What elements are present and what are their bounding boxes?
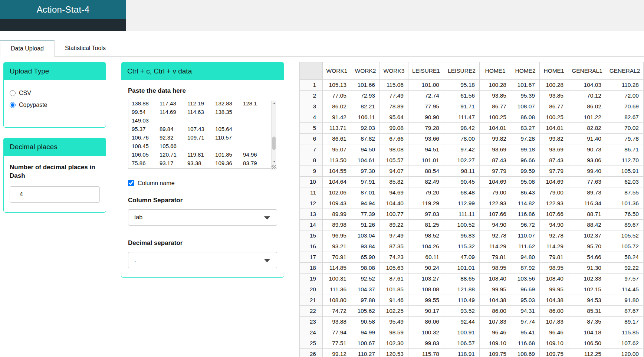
- table-cell[interactable]: 70.69: [606, 101, 644, 112]
- table-cell[interactable]: 90.45: [444, 177, 480, 187]
- table-cell[interactable]: 102.25: [380, 306, 408, 317]
- table-cell[interactable]: 87.92: [511, 263, 540, 274]
- table-cell[interactable]: 96.69: [511, 284, 540, 295]
- table-cell[interactable]: 97.74: [511, 317, 540, 327]
- table-cell[interactable]: 68.48: [444, 187, 480, 198]
- table-cell[interactable]: 93.21: [323, 241, 351, 252]
- table-cell[interactable]: 108.40: [540, 274, 568, 284]
- table-cell[interactable]: 100.28: [480, 80, 511, 91]
- table-cell[interactable]: 105.52: [606, 230, 644, 241]
- table-cell[interactable]: 104.69: [540, 177, 568, 187]
- table-cell[interactable]: 109.75: [480, 349, 511, 357]
- table-cell[interactable]: 90.17: [408, 306, 444, 317]
- table-cell[interactable]: 99.08: [380, 123, 408, 134]
- table-cell[interactable]: 88.42: [568, 220, 606, 230]
- table-cell[interactable]: 110.49: [444, 295, 480, 306]
- table-cell[interactable]: 108.40: [480, 274, 511, 284]
- table-cell[interactable]: 121.88: [444, 284, 480, 295]
- table-cell[interactable]: 107.66: [480, 209, 511, 220]
- table-cell[interactable]: 97.79: [480, 166, 511, 177]
- table-cell[interactable]: 115.78: [408, 349, 444, 357]
- table-cell[interactable]: 93.69: [480, 144, 511, 155]
- table-cell[interactable]: 86.02: [568, 101, 606, 112]
- table-cell[interactable]: 94.31: [511, 306, 540, 317]
- table-cell[interactable]: 90.73: [568, 144, 606, 155]
- table-cell[interactable]: 108.69: [511, 349, 540, 357]
- table-cell[interactable]: 87.43: [540, 155, 568, 166]
- table-cell[interactable]: 97.28: [511, 134, 540, 144]
- table-cell[interactable]: 101.01: [444, 263, 480, 274]
- table-cell[interactable]: 99.82: [480, 134, 511, 144]
- table-cell[interactable]: 74.23: [380, 252, 408, 263]
- table-cell[interactable]: 104.37: [351, 284, 380, 295]
- table-cell[interactable]: 108.08: [408, 284, 444, 295]
- table-cell[interactable]: 91.71: [444, 101, 480, 112]
- table-cell[interactable]: 102.30: [380, 338, 408, 349]
- table-cell[interactable]: 79.78: [606, 134, 644, 144]
- table-cell[interactable]: 58.24: [606, 252, 644, 263]
- table-cell[interactable]: 89.99: [323, 209, 351, 220]
- table-cell[interactable]: 54.66: [568, 252, 606, 263]
- table-cell[interactable]: 86.08: [511, 112, 540, 123]
- table-cell[interactable]: 112.70: [606, 155, 644, 166]
- table-cell[interactable]: 107.83: [480, 317, 511, 327]
- table-cell[interactable]: 87.61: [380, 274, 408, 284]
- table-cell[interactable]: 105.91: [606, 166, 644, 177]
- table-cell[interactable]: 107.66: [540, 209, 568, 220]
- table-cell[interactable]: 86.02: [323, 101, 351, 112]
- table-cell[interactable]: 94.80: [511, 252, 540, 263]
- table-cell[interactable]: 104.69: [480, 177, 511, 187]
- table-cell[interactable]: 85.31: [568, 306, 606, 317]
- table-cell[interactable]: 86.43: [511, 187, 540, 198]
- table-cell[interactable]: 99.83: [408, 338, 444, 349]
- table-cell[interactable]: 87.35: [380, 241, 408, 252]
- scrollbar-thumb[interactable]: [272, 137, 276, 150]
- table-cell[interactable]: 115.32: [444, 241, 480, 252]
- table-cell[interactable]: 77.94: [323, 327, 351, 338]
- table-cell[interactable]: 100.31: [323, 274, 351, 284]
- table-cell[interactable]: 98.52: [408, 230, 444, 241]
- table-cell[interactable]: 92.78: [480, 230, 511, 241]
- table-cell[interactable]: 113.50: [323, 155, 351, 166]
- table-cell[interactable]: 93.85: [540, 91, 568, 101]
- table-cell[interactable]: 94.50: [351, 144, 380, 155]
- table-cell[interactable]: 113.71: [323, 123, 351, 134]
- table-cell[interactable]: 94.69: [380, 187, 408, 198]
- table-cell[interactable]: 105.57: [380, 155, 408, 166]
- table-cell[interactable]: 97.30: [351, 166, 380, 177]
- table-cell[interactable]: 93.52: [444, 306, 480, 317]
- table-cell[interactable]: 98.08: [351, 263, 380, 274]
- table-cell[interactable]: 82.21: [351, 101, 380, 112]
- table-cell[interactable]: 104.01: [540, 123, 568, 134]
- table-cell[interactable]: 94.90: [540, 220, 568, 230]
- table-cell[interactable]: 120.53: [380, 349, 408, 357]
- table-cell[interactable]: 86.77: [480, 101, 511, 112]
- table-cell[interactable]: 92.52: [351, 274, 380, 284]
- table-cell[interactable]: 87.43: [480, 155, 511, 166]
- table-cell[interactable]: 79.81: [540, 252, 568, 263]
- table-cell[interactable]: 99.95: [480, 284, 511, 295]
- table-cell[interactable]: 92.22: [606, 263, 644, 274]
- table-cell[interactable]: 47.09: [444, 252, 480, 263]
- table-cell[interactable]: 122.93: [480, 198, 511, 209]
- textarea-resize-grip[interactable]: [272, 165, 276, 169]
- table-cell[interactable]: 79.28: [408, 123, 444, 134]
- table-cell[interactable]: 77.05: [323, 91, 351, 101]
- table-cell[interactable]: 92.44: [444, 317, 480, 327]
- table-cell[interactable]: 77.63: [568, 177, 606, 187]
- table-cell[interactable]: 119.29: [408, 198, 444, 209]
- table-cell[interactable]: 74.72: [323, 306, 351, 317]
- table-cell[interactable]: 109.43: [323, 198, 351, 209]
- table-cell[interactable]: 112.25: [568, 349, 606, 357]
- table-cell[interactable]: 78.00: [444, 134, 480, 144]
- table-cell[interactable]: 91.40: [568, 134, 606, 144]
- table-cell[interactable]: 87.82: [351, 134, 380, 144]
- table-cell[interactable]: 100.67: [351, 338, 380, 349]
- table-cell[interactable]: 104.55: [323, 166, 351, 177]
- table-cell[interactable]: 111.47: [444, 112, 480, 123]
- table-cell[interactable]: 98.95: [540, 263, 568, 274]
- table-cell[interactable]: 95.49: [380, 317, 408, 327]
- table-cell[interactable]: 101.85: [380, 284, 408, 295]
- table-cell[interactable]: 102.15: [568, 284, 606, 295]
- table-cell[interactable]: 92.03: [351, 123, 380, 134]
